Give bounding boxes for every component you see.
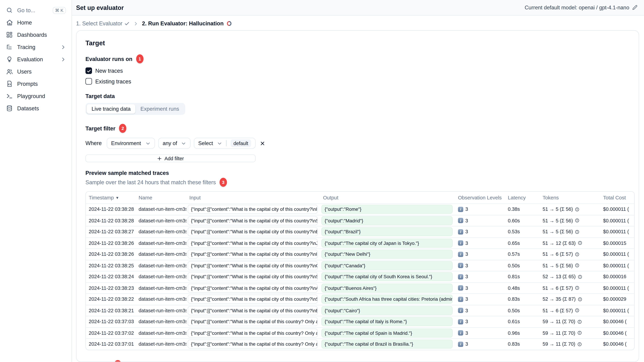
filter-column-select[interactable]: Environment — [107, 138, 155, 149]
output-json-chip[interactable]: {"output":"Brazil"} — [321, 227, 452, 236]
cell-input[interactable]: {"input":[{"content":"What is the capita… — [186, 239, 320, 248]
input-json-chip[interactable]: {"input":[{"content":"What is the capita… — [188, 284, 318, 293]
remove-filter-icon[interactable] — [260, 140, 266, 146]
sidebar-item-playground[interactable]: Playground — [4, 90, 68, 102]
output-json-chip[interactable]: {"output":"The capital of Italy is Rome.… — [321, 317, 452, 326]
table-row[interactable]: 2024-11-22 03:37:01 dataset-run-item-cm3… — [86, 338, 634, 350]
breadcrumb-step2-label: 2. Run Evaluator: Hallucination — [142, 20, 224, 26]
cell-output[interactable]: {"output":"Buenos Aires"} — [320, 284, 455, 293]
column-header-timestamp[interactable]: Timestamp ▼ — [86, 195, 136, 201]
input-json-chip[interactable]: {"input":[{"content":"What is the capita… — [188, 205, 318, 214]
checkbox-new-traces[interactable]: New traces — [86, 67, 635, 74]
table-row[interactable]: 2024-11-22 03:38:23 dataset-run-item-cm3… — [86, 282, 634, 293]
sidebar-item-prompts[interactable]: Prompts — [4, 78, 68, 90]
input-json-chip[interactable]: {"input":[{"content":"What is the capita… — [188, 329, 318, 338]
column-header-name[interactable]: Name — [136, 195, 186, 201]
column-header-latency[interactable]: Latency — [505, 195, 540, 201]
table-row[interactable]: 2024-11-22 03:38:25 dataset-run-item-cm3… — [86, 260, 634, 271]
output-json-chip[interactable]: {"output":"The capital of Brazil is Bras… — [321, 340, 452, 349]
output-json-chip[interactable]: {"output":"The capital of Spain is Madri… — [321, 329, 452, 338]
column-header-output[interactable]: Output — [320, 195, 455, 201]
add-filter-button[interactable]: Add filter — [86, 154, 256, 162]
cell-input[interactable]: {"input":[{"content":"What is the capita… — [186, 306, 320, 315]
column-header-tokens[interactable]: Tokens — [540, 195, 600, 201]
column-header-observation-levels[interactable]: Observation Levels — [455, 195, 505, 201]
cell-input[interactable]: {"input":[{"content":"What is the capita… — [186, 284, 320, 293]
table-row[interactable]: 2024-11-22 03:38:28 dataset-run-item-cm3… — [86, 203, 634, 215]
cell-input[interactable]: {"input":[{"content":"What is the capita… — [186, 216, 320, 225]
output-json-chip[interactable]: {"output":"Cairo"} — [321, 306, 452, 315]
sidebar-item-evaluation[interactable]: Evaluation — [4, 53, 68, 65]
table-row[interactable]: 2024-11-22 03:38:26 dataset-run-item-cm3… — [86, 237, 634, 248]
cell-output[interactable]: {"output":"Canada"} — [320, 261, 455, 270]
filter-operator-select[interactable]: any of — [158, 138, 190, 149]
info-circle-icon — [578, 297, 582, 301]
input-json-chip[interactable]: {"input":[{"content":"What is the capita… — [188, 317, 318, 326]
edit-pencil-icon[interactable] — [632, 5, 637, 10]
filter-value-select[interactable]: Select default — [194, 138, 256, 149]
cell-output[interactable]: {"output":"The capital of Italy is Rome.… — [320, 317, 455, 326]
column-header-total-cost[interactable]: Total Cost — [600, 195, 634, 201]
output-json-chip[interactable]: {"output":"South Africa has three capita… — [321, 295, 452, 304]
cell-output[interactable]: {"output":"Madrid"} — [320, 216, 455, 225]
table-row[interactable]: 2024-11-22 03:38:27 dataset-run-item-cm3… — [86, 226, 634, 237]
input-json-chip[interactable]: {"input":[{"content":"What is the capita… — [188, 250, 318, 259]
sidebar-item-users[interactable]: Users — [4, 65, 68, 78]
sidebar-item-tracing[interactable]: Tracing — [4, 41, 68, 53]
dashboards-icon — [6, 31, 13, 38]
output-json-chip[interactable]: {"output":"The capital city of South Kor… — [321, 272, 452, 281]
cell-output[interactable]: {"output":"The capital city of South Kor… — [320, 272, 455, 281]
cell-output[interactable]: {"output":"Brazil"} — [320, 227, 455, 236]
cell-input[interactable]: {"input":[{"content":"What is the capita… — [186, 261, 320, 270]
output-json-chip[interactable]: {"output":"Buenos Aires"} — [321, 284, 452, 293]
output-json-chip[interactable]: {"output":"New Delhi"} — [321, 250, 452, 259]
input-json-chip[interactable]: {"input":[{"content":"What is the capita… — [188, 227, 318, 236]
cell-output[interactable]: {"output":"The capital of Brazil is Bras… — [320, 340, 455, 349]
table-row[interactable]: 2024-11-22 03:38:26 dataset-run-item-cm3… — [86, 248, 634, 260]
sidebar-item-home[interactable]: Home — [4, 16, 68, 29]
cell-output[interactable]: {"output":"The capital of Spain is Madri… — [320, 329, 455, 338]
input-json-chip[interactable]: {"input":[{"content":"What is the capita… — [188, 306, 318, 315]
cell-output[interactable]: {"output":"South Africa has three capita… — [320, 295, 455, 304]
checkbox-box[interactable] — [86, 67, 92, 74]
checkbox-existing-traces[interactable]: Existing traces — [86, 78, 635, 84]
cell-output[interactable]: {"output":"The capital city of Japan is … — [320, 239, 455, 248]
cell-input[interactable]: {"input":[{"content":"What is the capita… — [186, 329, 320, 338]
output-json-chip[interactable]: {"output":"The capital city of Japan is … — [321, 239, 452, 248]
goto-search[interactable]: Go to... ⌘ K — [4, 4, 68, 16]
table-row[interactable]: 2024-11-22 03:37:02 dataset-run-item-cm3… — [86, 327, 634, 338]
sidebar-item-datasets[interactable]: Datasets — [4, 102, 68, 114]
cell-input[interactable]: {"input":[{"content":"What is the capita… — [186, 205, 320, 214]
input-json-chip[interactable]: {"input":[{"content":"What is the capita… — [188, 295, 318, 304]
tab-experiment-runs[interactable]: Experiment runs — [136, 104, 184, 114]
input-json-chip[interactable]: {"input":[{"content":"What is the capita… — [188, 239, 318, 248]
info-emoji-icon: i — [458, 274, 463, 279]
table-row[interactable]: 2024-11-22 03:38:24 dataset-run-item-cm3… — [86, 271, 634, 282]
cell-input[interactable]: {"input":[{"content":"What is the capita… — [186, 272, 320, 281]
input-json-chip[interactable]: {"input":[{"content":"What is the capita… — [188, 272, 318, 281]
cell-output[interactable]: {"output":"Rome"} — [320, 205, 455, 214]
table-row[interactable]: 2024-11-22 03:38:28 dataset-run-item-cm3… — [86, 215, 634, 226]
column-header-input[interactable]: Input — [186, 195, 320, 201]
cell-input[interactable]: {"input":[{"content":"What is the capita… — [186, 250, 320, 259]
breadcrumb-step1[interactable]: 1. Select Evaluator — [76, 20, 130, 26]
output-json-chip[interactable]: {"output":"Rome"} — [321, 205, 452, 214]
table-row[interactable]: 2024-11-22 03:38:22 dataset-run-item-cm3… — [86, 293, 634, 305]
table-row[interactable]: 2024-11-22 03:38:21 dataset-run-item-cm3… — [86, 305, 634, 316]
output-json-chip[interactable]: {"output":"Canada"} — [321, 261, 452, 270]
cell-output[interactable]: {"output":"New Delhi"} — [320, 250, 455, 259]
checkbox-box[interactable] — [86, 78, 92, 84]
cell-input[interactable]: {"input":[{"content":"What is the capita… — [186, 295, 320, 304]
output-json-chip[interactable]: {"output":"Madrid"} — [321, 216, 452, 225]
input-json-chip[interactable]: {"input":[{"content":"What is the capita… — [188, 261, 318, 270]
info-emoji-icon: i — [458, 285, 463, 291]
sidebar-item-dashboards[interactable]: Dashboards — [4, 29, 68, 41]
table-row[interactable]: 2024-11-22 03:37:03 dataset-run-item-cm3… — [86, 316, 634, 327]
cell-input[interactable]: {"input":[{"content":"What is the capita… — [186, 227, 320, 236]
cell-input[interactable]: {"input":[{"content":"What is the capita… — [186, 340, 320, 349]
tab-live-tracing-data[interactable]: Live tracing data — [87, 104, 136, 114]
input-json-chip[interactable]: {"input":[{"content":"What is the capita… — [188, 340, 318, 349]
input-json-chip[interactable]: {"input":[{"content":"What is the capita… — [188, 216, 318, 225]
cell-input[interactable]: {"input":[{"content":"What is the capita… — [186, 317, 320, 326]
cell-output[interactable]: {"output":"Cairo"} — [320, 306, 455, 315]
